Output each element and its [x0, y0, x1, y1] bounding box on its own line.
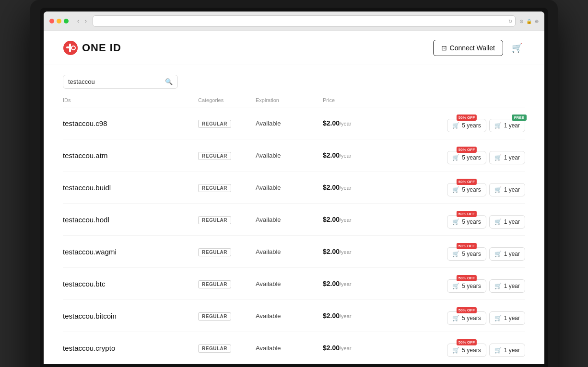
- table-row: testaccou.atm REGULAR Available $2.00/ye…: [63, 139, 525, 172]
- cart-button[interactable]: 🛒: [509, 40, 525, 56]
- add-5year-button[interactable]: 50% OFF 🛒 5 years: [447, 119, 486, 132]
- col-categories: Categories: [198, 97, 256, 103]
- minimize-window-button[interactable]: [57, 19, 61, 23]
- price-amount: $2.00: [323, 280, 340, 287]
- browser-icon-2: 🔒: [526, 19, 532, 24]
- price-unit: /year: [340, 153, 351, 159]
- one-year-label: 1 year: [504, 347, 520, 354]
- action-buttons: 50% OFF 🛒 5 years 🛒 1 year: [390, 146, 525, 164]
- table-body: testaccou.c98 REGULAR Available $2.00/ye…: [63, 107, 525, 364]
- back-button[interactable]: ‹: [75, 17, 81, 25]
- category-cell: REGULAR: [198, 183, 256, 192]
- id-name: testaccou.bitcoin: [63, 312, 198, 320]
- expiration-text: Available: [256, 312, 323, 320]
- close-window-button[interactable]: [49, 19, 54, 23]
- app-header: ONE ID ⊡ Connect Wallet 🛒: [44, 31, 544, 65]
- price-text: $2.00/year: [323, 184, 390, 191]
- search-input[interactable]: [68, 78, 162, 85]
- ids-table: IDs Categories Expiration Price testacco…: [44, 93, 544, 364]
- add-1year-button[interactable]: 🛒 1 year: [489, 247, 525, 261]
- cart-icon: 🛒: [494, 347, 502, 354]
- price-text: $2.00/year: [323, 280, 390, 287]
- discount-badge: 50% OFF: [457, 275, 477, 281]
- add-1year-button[interactable]: 🛒 1 year: [489, 279, 525, 293]
- browser-toolbar: ‹ › ↻ ⊙ 🔒 ⊕: [44, 11, 544, 31]
- price-unit: /year: [340, 313, 351, 319]
- price-unit: /year: [340, 217, 351, 223]
- cart-icon: 🛒: [452, 347, 459, 354]
- category-cell: REGULAR: [198, 151, 256, 160]
- expiration-text: Available: [256, 152, 323, 159]
- add-5year-button[interactable]: 50% OFF 🛒 5 years: [447, 311, 486, 325]
- expiration-text: Available: [256, 216, 323, 223]
- add-1year-button[interactable]: 🛒 1 year: [489, 183, 525, 196]
- logo-area: ONE ID: [63, 40, 121, 56]
- price-amount: $2.00: [323, 344, 340, 352]
- table-header: IDs Categories Expiration Price: [63, 93, 525, 107]
- browser-window: ‹ › ↻ ⊙ 🔒 ⊕: [44, 11, 544, 364]
- add-5year-button[interactable]: 50% OFF 🛒 5 years: [447, 279, 486, 293]
- price-text: $2.00/year: [323, 216, 390, 223]
- forward-button[interactable]: ›: [83, 17, 89, 25]
- cart-icon: 🛒: [452, 122, 459, 129]
- price-amount: $2.00: [323, 216, 340, 223]
- add-1year-button[interactable]: 🛒 1 year: [489, 215, 525, 229]
- add-5year-button[interactable]: 50% OFF 🛒 5 years: [447, 183, 486, 196]
- search-icon-button[interactable]: 🔍: [165, 78, 173, 85]
- add-5year-button[interactable]: 50% OFF 🛒 5 years: [447, 215, 486, 229]
- table-row: testaccou.buidl REGULAR Available $2.00/…: [63, 172, 525, 204]
- expiration-text: Available: [256, 248, 323, 255]
- price-amount: $2.00: [323, 248, 340, 255]
- expiration-text: Available: [256, 344, 323, 352]
- address-bar[interactable]: ↻: [93, 15, 516, 27]
- id-name: testaccou.atm: [63, 151, 198, 160]
- discount-badge: 50% OFF: [457, 339, 477, 345]
- add-1year-button[interactable]: FREE 🛒 1 year: [489, 119, 525, 132]
- id-name: testaccou.hodl: [63, 216, 198, 224]
- table-row: testaccou.bitcoin REGULAR Available $2.0…: [63, 300, 525, 332]
- price-unit: /year: [340, 121, 351, 126]
- price-text: $2.00/year: [323, 248, 390, 255]
- refresh-icon: ↻: [508, 19, 512, 24]
- id-name: testaccou.btc: [63, 280, 198, 288]
- logo-icon: [63, 40, 78, 56]
- add-1year-button[interactable]: 🛒 1 year: [489, 344, 525, 357]
- cart-icon: 🛒: [452, 251, 459, 257]
- cart-icon: 🛒: [494, 283, 502, 289]
- price-amount: $2.00: [323, 312, 340, 320]
- add-5year-button[interactable]: 50% OFF 🛒 5 years: [447, 151, 486, 164]
- connect-wallet-button[interactable]: ⊡ Connect Wallet: [433, 40, 503, 56]
- add-1year-button[interactable]: 🛒 1 year: [489, 311, 525, 325]
- cart-icon: 🛒: [452, 283, 459, 289]
- cart-icon: 🛒: [494, 122, 502, 129]
- expiration-text: Available: [256, 120, 323, 127]
- table-row: testaccou.hodl REGULAR Available $2.00/y…: [63, 204, 525, 236]
- action-buttons: 50% OFF 🛒 5 years 🛒 1 year: [390, 307, 525, 325]
- id-name: testaccou.wagmi: [63, 248, 198, 256]
- category-badge: REGULAR: [198, 184, 231, 192]
- discount-badge: 50% OFF: [457, 179, 477, 185]
- logo-text: ONE ID: [82, 42, 121, 54]
- category-cell: REGULAR: [198, 311, 256, 321]
- expiration-text: Available: [256, 184, 323, 191]
- id-name: testaccou.c98: [63, 119, 198, 127]
- browser-icon-3: ⊕: [535, 19, 539, 24]
- five-year-label: 5 years: [462, 251, 481, 257]
- five-year-label: 5 years: [462, 154, 481, 161]
- add-5year-button[interactable]: 50% OFF 🛒 5 years: [447, 344, 486, 357]
- svg-point-4: [72, 46, 75, 49]
- cart-icon: 🛒: [512, 43, 522, 53]
- price-amount: $2.00: [323, 184, 340, 191]
- cart-icon: 🛒: [452, 154, 459, 161]
- table-row: testaccou.c98 REGULAR Available $2.00/ye…: [63, 107, 525, 139]
- action-buttons: 50% OFF 🛒 5 years 🛒 1 year: [390, 242, 525, 261]
- cart-icon: 🛒: [494, 154, 502, 161]
- category-cell: REGULAR: [198, 119, 256, 128]
- col-ids: IDs: [63, 97, 198, 103]
- discount-badge: 50% OFF: [457, 147, 477, 153]
- laptop-frame: ‹ › ↻ ⊙ 🔒 ⊕: [30, 0, 558, 367]
- add-1year-button[interactable]: 🛒 1 year: [489, 151, 525, 164]
- maximize-window-button[interactable]: [64, 19, 69, 23]
- add-5year-button[interactable]: 50% OFF 🛒 5 years: [447, 247, 486, 261]
- wallet-icon: ⊡: [441, 44, 447, 52]
